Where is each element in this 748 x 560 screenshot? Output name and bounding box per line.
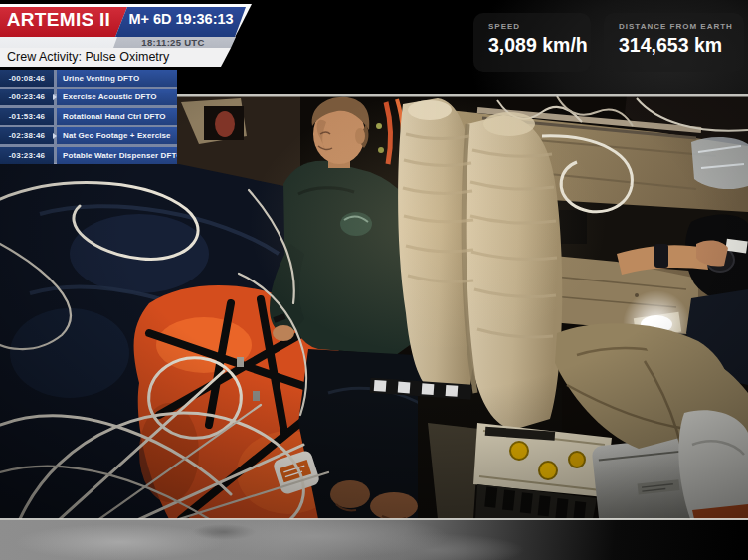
speed-label: SPEED [488,22,591,31]
timeline-gap [54,127,57,144]
timeline-time: -01:53:46 [0,108,54,125]
speed-value: 3,089 km/h [488,34,591,57]
utc-time: 18:11:25 UTC [117,37,229,48]
timeline-label: Exercise Acoustic DFTO [57,89,177,105]
timeline-label: Nat Geo Footage + Exercise [57,127,177,144]
mission-elapsed-time: M+ 6D 19:36:13 [123,11,239,27]
schedule-overlay: -00:08:46 Urine Venting DFTO -00:23:46 E… [0,70,177,164]
stream-frame: ARTEMIS II M+ 6D 19:36:13 18:11:25 UTC C… [0,0,748,560]
timeline-row: -01:53:46 Rotational Hand Ctrl DFTO [0,108,177,125]
mission-title: ARTEMIS II [6,9,111,31]
distance-value: 314,653 km [619,34,744,57]
timeline-time: -03:23:46 [0,147,54,164]
mission-banner: ARTEMIS II M+ 6D 19:36:13 18:11:25 UTC C… [0,0,259,70]
distance-stat-panel: DISTANCE FROM EARTH 314,653 km [604,13,744,72]
timeline-gap [54,70,57,87]
speed-stat-panel: SPEED 3,089 km/h [473,13,591,72]
timeline-gap [54,147,57,164]
timeline-time: -00:23:46 [0,89,54,105]
moon-surface-strip [0,520,748,560]
timeline-row: -00:08:46 Urine Venting DFTO [0,70,177,87]
crew-activity-label: Crew Activity: Pulse Oximetry [7,50,169,64]
current-item-marker-icon [53,133,57,139]
timeline-row: -00:23:46 Exercise Acoustic DFTO [0,89,177,105]
timeline-time: -00:08:46 [0,70,54,87]
distance-label: DISTANCE FROM EARTH [619,22,744,31]
current-item-marker-icon [53,94,57,100]
timeline-label: Potable Water Dispenser DFTO [57,147,177,164]
timeline-gap [54,108,57,125]
timeline-time: -02:38:46 [0,127,54,144]
timeline-row: -03:23:46 Potable Water Dispenser DFTO [0,147,177,164]
timeline-label: Rotational Hand Ctrl DFTO [57,108,177,125]
timeline-gap [54,89,57,105]
timeline-row: -02:38:46 Nat Geo Footage + Exercise [0,127,177,144]
timeline-label: Urine Venting DFTO [57,70,177,87]
